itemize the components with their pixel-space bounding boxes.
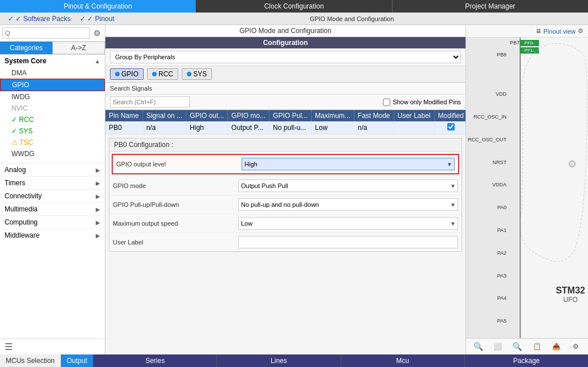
rcc-dot <box>152 72 157 76</box>
config-row-gpio-output-level: GPIO output level Low High ▼ <box>112 154 459 174</box>
gpio-output-level-select[interactable]: Low High <box>242 158 455 170</box>
pin-label-pa2: PA2 <box>467 250 508 256</box>
cell-gpio-mode: Output P... <box>228 121 270 134</box>
max-speed-select[interactable]: Low Medium High <box>238 217 458 230</box>
bottom-section-lines: Lines <box>217 354 341 367</box>
sidebar-item-wwdg[interactable]: WWDG <box>0 148 105 160</box>
software-packs-subtab[interactable]: ✓ ✓ Software Packs <box>5 14 74 24</box>
tab-categories[interactable]: Categories <box>0 42 52 54</box>
modified-checkbox[interactable] <box>447 123 455 131</box>
tab-mcus-selection[interactable]: MCUs Selection <box>0 354 61 367</box>
pin-label-vdda: VDDA <box>467 182 508 187</box>
export-icon[interactable]: 📤 <box>550 340 562 353</box>
config-row-gpio-pull: GPIO Pull-up/Pull-down No pull-up and no… <box>109 195 462 214</box>
sidebar-item-nvic[interactable]: NVIC <box>0 103 105 114</box>
bottom-section-package: Package <box>465 354 588 367</box>
cell-modified <box>434 121 466 134</box>
system-core-header[interactable]: System Core ▲ <box>0 55 105 67</box>
sidebar-item-sys[interactable]: ✓ SYS <box>0 125 105 137</box>
pin-label-pb8: PB8 <box>467 52 508 58</box>
gpio-tab-rcc[interactable]: RCC <box>147 68 178 80</box>
cell-signal: n/a <box>142 121 186 134</box>
tab-pinout[interactable]: Pinout & Configuration <box>0 0 196 13</box>
col-modified[interactable]: Modified <box>434 110 466 121</box>
chevron-up-icon: ▲ <box>95 58 100 64</box>
chevron-right-icon: ▶ <box>96 180 100 186</box>
config-section-label: Configuration <box>105 37 466 48</box>
cell-user-label <box>394 121 434 134</box>
chevron-right-icon: ▶ <box>96 233 100 239</box>
col-gpio-pull[interactable]: GPIO Pul... <box>270 110 312 121</box>
config-label-gpio-mode: GPIO mode <box>113 182 238 189</box>
system-core-section: System Core ▲ DMA GPIO IWDG NVIC ✓ RCC <box>0 55 105 160</box>
settings-icon[interactable]: ⚙ <box>570 340 582 353</box>
pinout-subtab[interactable]: ✓ ✓ Pinout <box>76 14 118 24</box>
pin-label-pa3: PA3 <box>467 273 508 279</box>
chevron-right-icon: ▶ <box>96 193 100 199</box>
pin-label-nrst: NRST <box>467 160 508 165</box>
pinout-settings-icon[interactable]: ⚙ <box>578 27 583 35</box>
config-row-gpio-mode: GPIO mode Output Push Pull Output Open D… <box>109 177 462 195</box>
sidebar-group-analog[interactable]: Analog ▶ <box>0 163 105 176</box>
pin-label-pa5: PA5 <box>467 318 508 324</box>
config-row-max-speed: Maximum output speed Low Medium High ▼ <box>109 214 462 233</box>
fit-screen-icon[interactable]: ⬜ <box>491 340 504 353</box>
col-pin-name[interactable]: Pin Name <box>105 110 142 121</box>
tab-output[interactable]: Output <box>61 354 93 367</box>
user-label-input[interactable] <box>238 236 458 248</box>
gpio-pull-select[interactable]: No pull-up and no pull-down Pull-up Pull… <box>238 198 458 211</box>
chevron-right-icon: ▶ <box>96 219 100 226</box>
zoom-out-icon[interactable]: 🔍 <box>511 340 524 353</box>
show-modified-checkbox[interactable] <box>383 99 390 106</box>
panel-icon: 🖥 <box>536 28 541 34</box>
pin-label-pa0: PA0 <box>467 205 508 210</box>
col-max-speed[interactable]: Maximum... <box>311 110 354 121</box>
sidebar-item-gpio[interactable]: GPIO <box>0 79 105 91</box>
sidebar-group-multimedia[interactable]: Multimedia ▶ <box>0 202 105 215</box>
sidebar-group-connectivity[interactable]: Connectivity ▶ <box>0 189 105 202</box>
content-header-label: GPIO Mode and Configuration <box>120 15 583 22</box>
show-modified-label: Show only Modified Pins <box>393 99 461 105</box>
table-row[interactable]: PB0 n/a High Output P... No pull-u... Lo… <box>105 121 466 134</box>
sidebar-item-tsc[interactable]: ⚠ TSC <box>0 137 105 148</box>
col-user-label[interactable]: User Label <box>394 110 434 121</box>
config-label-user-label: User Label <box>113 239 238 246</box>
sidebar-item-dma[interactable]: DMA <box>0 67 105 79</box>
pin-label-pa4: PA4 <box>467 295 508 301</box>
gpio-config-header: GPIO Mode and Configuration <box>105 25 466 37</box>
sidebar-search-input[interactable] <box>2 27 90 39</box>
sidebar-item-iwdg[interactable]: IWDG <box>0 91 105 103</box>
gear-icon[interactable]: ⚙ <box>91 27 103 39</box>
tab-project-manager[interactable]: Project Manager <box>393 0 588 13</box>
sys-dot <box>187 72 191 76</box>
sidebar-bottom-icon[interactable]: ☰ <box>5 341 13 352</box>
col-gpio-out[interactable]: GPIO out... <box>186 110 228 121</box>
sidebar-group-computing[interactable]: Computing ▶ <box>0 215 105 229</box>
gpio-tab-sys[interactable]: SYS <box>182 68 212 80</box>
col-signal[interactable]: Signal on ... <box>142 110 186 121</box>
zoom-in-icon[interactable]: 🔍 <box>472 340 484 353</box>
copy-icon[interactable]: 📋 <box>530 340 543 353</box>
chevron-right-icon: ▶ <box>96 206 100 213</box>
cell-gpio-out: High <box>186 121 228 134</box>
tab-clock[interactable]: Clock Configuration <box>196 0 392 13</box>
config-label-gpio-pull: GPIO Pull-up/Pull-down <box>113 201 238 208</box>
chevron-right-icon: ▶ <box>96 167 100 173</box>
sidebar-item-rcc[interactable]: ✓ RCC <box>0 114 105 125</box>
search-signals-input[interactable] <box>110 96 190 108</box>
tab-a-to-z[interactable]: A->Z <box>52 42 105 54</box>
chip-outline <box>521 38 588 338</box>
sidebar-group-middleware[interactable]: Middleware ▶ <box>0 229 105 242</box>
group-by-select[interactable]: Group By Peripherals Group By Pins <box>110 51 461 63</box>
sidebar-group-timers[interactable]: Timers ▶ <box>0 176 105 189</box>
gpio-mode-select[interactable]: Output Push Pull Output Open Drain <box>238 180 458 192</box>
bottom-section-mcu: Mcu <box>341 354 465 367</box>
pin-label-vdd: VDD <box>467 91 508 97</box>
pin-label-rcc-osc-in: RCC_OSC_IN <box>467 114 508 120</box>
col-gpio-mode[interactable]: GPIO mo... <box>228 110 270 121</box>
pinout-view-label[interactable]: Pinout view <box>544 28 575 35</box>
gpio-tab-gpio[interactable]: GPIO <box>110 68 144 80</box>
config-row-user-label: User Label <box>109 233 462 251</box>
col-fast-mode[interactable]: Fast Mode <box>354 110 394 121</box>
cell-gpio-pull: No pull-u... <box>270 121 312 134</box>
